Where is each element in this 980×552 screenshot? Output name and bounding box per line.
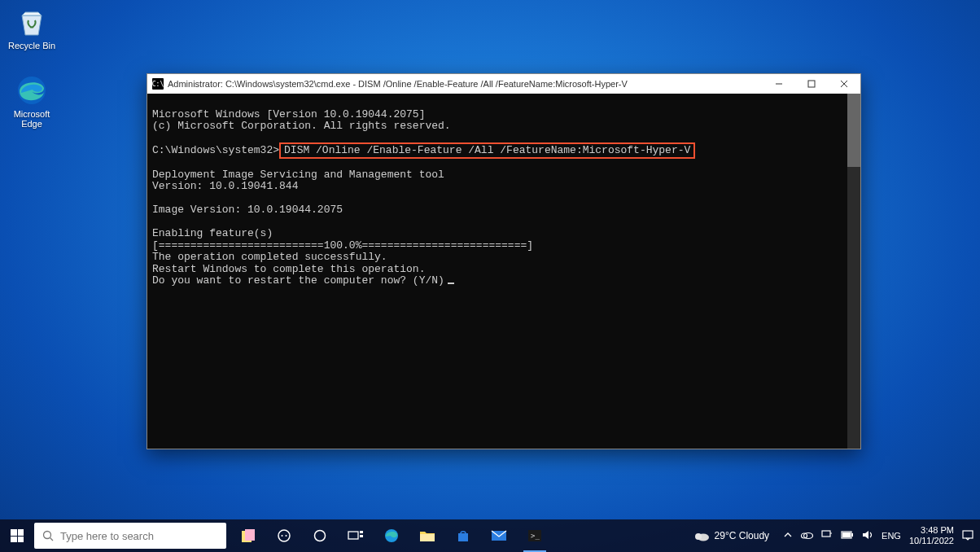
svg-rect-2 <box>808 81 815 87</box>
svg-point-12 <box>315 531 326 541</box>
svg-point-22 <box>695 533 702 540</box>
tray-volume-icon[interactable] <box>862 530 873 541</box>
maximize-button[interactable] <box>795 74 828 94</box>
windows-logo-icon <box>11 529 24 542</box>
svg-rect-15 <box>360 535 363 537</box>
taskbar-app-taskview[interactable] <box>339 519 373 552</box>
terminal-cursor <box>448 283 454 284</box>
svg-rect-28 <box>851 533 853 537</box>
svg-point-5 <box>44 532 51 539</box>
terminal-line: (c) Microsoft Corporation. All rights re… <box>152 120 451 132</box>
weather-icon <box>693 529 710 542</box>
svg-text:>_: >_ <box>531 532 540 540</box>
minimize-button[interactable] <box>763 74 795 94</box>
clock-date: 10/11/2022 <box>909 536 954 546</box>
taskbar-search[interactable]: Type here to search <box>34 523 226 549</box>
cmd-window[interactable]: C:\ Administrator: C:\Windows\system32\c… <box>147 73 861 449</box>
terminal-scrollbar[interactable] <box>847 94 860 449</box>
terminal-line: Version: 10.0.19041.844 <box>152 180 298 192</box>
terminal-line: Microsoft Windows [Version 10.0.19044.20… <box>152 108 425 120</box>
tray-network-icon[interactable] <box>821 530 833 541</box>
svg-rect-13 <box>348 532 358 539</box>
terminal-line: Deployment Image Servicing and Managemen… <box>152 169 444 181</box>
taskbar-weather[interactable]: 29°C Cloudy <box>693 529 770 542</box>
highlighted-command: DISM /Online /Enable-Feature /All /Featu… <box>279 142 695 159</box>
tray-language-icon[interactable]: ENG <box>882 531 901 541</box>
start-button[interactable] <box>0 519 34 552</box>
taskbar: Type here to search >_ <box>0 519 980 552</box>
recycle-bin-icon <box>15 5 49 39</box>
svg-point-9 <box>278 530 290 541</box>
taskbar-app-cortana[interactable] <box>303 519 337 552</box>
svg-rect-29 <box>842 532 851 537</box>
desktop-icon-label: Recycle Bin <box>3 41 60 50</box>
svg-line-6 <box>50 538 54 541</box>
desktop-icon-label: Microsoft Edge <box>3 109 60 129</box>
scrollbar-thumb[interactable] <box>847 94 860 167</box>
svg-rect-25 <box>822 531 830 537</box>
terminal-body[interactable]: Microsoft Windows [Version 10.0.19044.20… <box>147 94 860 449</box>
window-titlebar[interactable]: C:\ Administrator: C:\Windows\system32\c… <box>147 74 860 94</box>
svg-rect-30 <box>963 531 973 538</box>
close-button[interactable] <box>828 74 860 94</box>
edge-icon <box>15 73 49 107</box>
taskbar-app-chat[interactable] <box>267 519 301 552</box>
tray-battery-icon[interactable] <box>841 531 854 541</box>
desktop-icon-recycle-bin[interactable]: Recycle Bin <box>3 5 60 50</box>
search-icon <box>42 530 54 541</box>
taskbar-app-explorer[interactable] <box>410 519 444 552</box>
terminal-line: Restart Windows to complete this operati… <box>152 263 425 275</box>
taskbar-app-edge[interactable] <box>374 519 409 552</box>
terminal-line: Enabling feature(s) <box>152 227 273 239</box>
taskbar-apps: >_ <box>231 519 552 552</box>
tray-chevron-up-icon[interactable] <box>784 531 792 541</box>
cmd-icon: C:\ <box>152 78 164 90</box>
terminal-line: [==========================100.0%=======… <box>152 239 533 252</box>
system-tray: ENG 3:48 PM 10/11/2022 <box>777 525 980 545</box>
clock-time: 3:48 PM <box>909 525 954 536</box>
terminal-line: Image Version: 10.0.19044.2075 <box>152 204 343 216</box>
desktop-icon-edge[interactable]: Microsoft Edge <box>3 73 60 129</box>
taskbar-app-cmd[interactable]: >_ <box>518 519 552 552</box>
terminal-line: The operation completed successfully. <box>152 251 387 263</box>
svg-rect-17 <box>420 534 435 541</box>
window-title: Administrator: C:\Windows\system32\cmd.e… <box>168 79 628 89</box>
taskbar-clock[interactable]: 3:48 PM 10/11/2022 <box>909 525 954 545</box>
taskbar-app-mail[interactable] <box>482 519 516 552</box>
taskbar-app-notes[interactable] <box>231 519 265 552</box>
tray-notifications-icon[interactable] <box>962 529 973 542</box>
svg-point-11 <box>286 535 287 537</box>
svg-rect-14 <box>360 531 363 533</box>
taskbar-app-store[interactable] <box>446 519 480 552</box>
svg-point-10 <box>282 535 283 537</box>
svg-rect-8 <box>245 529 255 541</box>
terminal-line: Do you want to restart the computer now?… <box>152 274 444 287</box>
search-placeholder: Type here to search <box>60 530 154 542</box>
weather-text: 29°C Cloudy <box>715 530 770 541</box>
tray-onedrive-icon[interactable] <box>800 530 813 541</box>
terminal-prompt: C:\Windows\system32> <box>152 144 279 156</box>
